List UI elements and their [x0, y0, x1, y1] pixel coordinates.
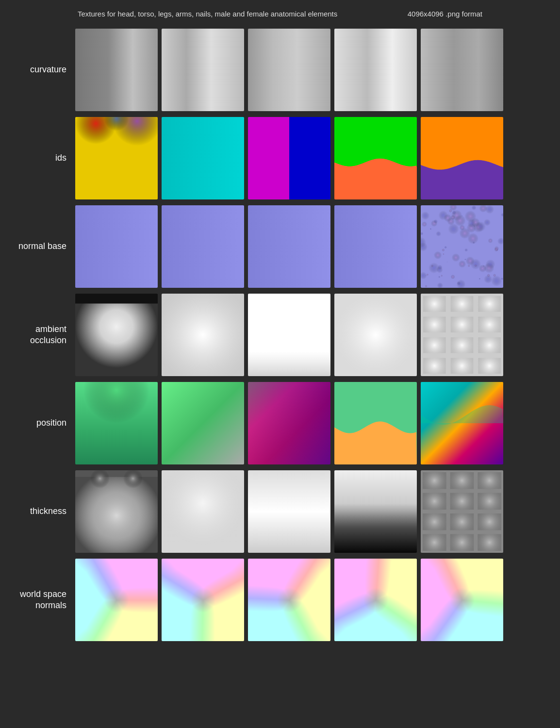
thickness-section: thickness: [0, 470, 560, 553]
thick-canvas-5: [421, 470, 503, 553]
header-format: 4096x4096 .png format: [408, 10, 482, 18]
pos-canvas-3: [248, 382, 330, 464]
ao-image-3: [248, 294, 330, 376]
thickness-label: thickness: [5, 506, 75, 517]
curvature-label: curvature: [5, 64, 75, 75]
normal-base-section: normal base: [0, 205, 560, 288]
thick-canvas-3: [248, 470, 330, 553]
thickness-image-row: [75, 470, 503, 553]
ao-canvas-4: [334, 294, 417, 376]
thickness-image-1: [75, 470, 158, 553]
curvature-image-row: [75, 29, 503, 111]
wsn-canvas-3: [248, 559, 330, 641]
pos-canvas-1: [75, 382, 158, 464]
ids-image-3: [248, 117, 330, 199]
position-image-row: [75, 382, 503, 464]
page-header: Textures for head, torso, legs, arms, na…: [0, 0, 560, 23]
ambient-occlusion-image-row: [75, 294, 503, 376]
ids-image-4: [334, 117, 417, 199]
ids-canvas-1: [75, 117, 158, 199]
wsn-image-3: [248, 559, 330, 641]
pos-canvas-4: [334, 382, 417, 464]
position-image-4: [334, 382, 417, 464]
wsn-image-4: [334, 559, 417, 641]
curvature-section: curvature: [0, 29, 560, 111]
ids-image-5: [421, 117, 503, 199]
ids-label: ids: [5, 152, 75, 164]
position-image-3: [248, 382, 330, 464]
normal-base-image-2: [162, 205, 244, 288]
wsn-canvas-4: [334, 559, 417, 641]
wsn-canvas-1: [75, 559, 158, 641]
curv-canvas-3: [248, 29, 330, 111]
position-image-5: [421, 382, 503, 464]
pos-canvas-2: [162, 382, 244, 464]
ids-canvas-5: [421, 117, 503, 199]
ao-image-5: [421, 294, 503, 376]
curv-canvas-5: [421, 29, 503, 111]
normal-base-image-1: [75, 205, 158, 288]
world-space-normals-section: world space normals: [0, 559, 560, 641]
curvature-image-1: [75, 29, 158, 111]
ids-image-row: [75, 117, 503, 199]
normal-base-image-row: [75, 205, 503, 288]
thick-canvas-2: [162, 470, 244, 553]
normal-base-image-4: [334, 205, 417, 288]
norm-canvas-5: [421, 205, 503, 288]
normal-base-label: normal base: [5, 241, 75, 252]
thickness-image-3: [248, 470, 330, 553]
norm-canvas-1: [75, 205, 158, 288]
ao-image-2: [162, 294, 244, 376]
thickness-image-4: [334, 470, 417, 553]
curv-canvas-4: [334, 29, 417, 111]
curv-canvas-1: [75, 29, 158, 111]
wsn-image-1: [75, 559, 158, 641]
thick-canvas-4: [334, 470, 417, 553]
wsn-image-5: [421, 559, 503, 641]
ao-image-1: [75, 294, 158, 376]
curvature-image-2: [162, 29, 244, 111]
wsn-image-2: [162, 559, 244, 641]
wsn-canvas-5: [421, 559, 503, 641]
norm-canvas-3: [248, 205, 330, 288]
ao-canvas-1: [75, 294, 158, 376]
ids-image-2: [162, 117, 244, 199]
ao-image-4: [334, 294, 417, 376]
ao-canvas-5: [421, 294, 503, 376]
thickness-image-2: [162, 470, 244, 553]
position-image-2: [162, 382, 244, 464]
position-image-1: [75, 382, 158, 464]
thick-canvas-1: [75, 470, 158, 553]
normal-base-image-5: [421, 205, 503, 288]
curvature-image-4: [334, 29, 417, 111]
curvature-image-5: [421, 29, 503, 111]
ao-canvas-2: [162, 294, 244, 376]
normal-base-image-3: [248, 205, 330, 288]
ambient-occlusion-section: ambient occlusion: [0, 294, 560, 376]
header-description: Textures for head, torso, legs, arms, na…: [78, 10, 337, 18]
position-label: position: [5, 417, 75, 429]
ids-section: ids: [0, 117, 560, 199]
norm-canvas-2: [162, 205, 244, 288]
curvature-image-3: [248, 29, 330, 111]
wsn-canvas-2: [162, 559, 244, 641]
world-space-normals-image-row: [75, 559, 503, 641]
position-section: position: [0, 382, 560, 464]
ambient-occlusion-label: ambient occlusion: [5, 324, 75, 347]
pos-canvas-5: [421, 382, 503, 464]
curv-canvas-2: [162, 29, 244, 111]
thickness-image-5: [421, 470, 503, 553]
world-space-normals-label: world space normals: [5, 589, 75, 612]
ids-canvas-4: [334, 117, 417, 199]
ids-canvas-2: [162, 117, 244, 199]
norm-canvas-4: [334, 205, 417, 288]
ao-canvas-3: [248, 294, 330, 376]
ids-image-1: [75, 117, 158, 199]
ids-canvas-3: [248, 117, 330, 199]
